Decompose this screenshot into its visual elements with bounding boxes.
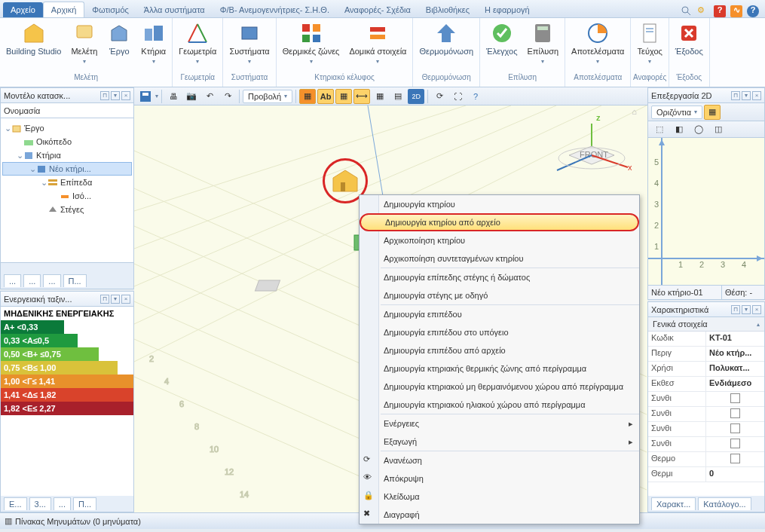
tab-home[interactable]: Αρχική	[43, 2, 84, 17]
tab-file[interactable]: Αρχείο	[3, 2, 43, 17]
props-section[interactable]: Γενικά στοιχεία▴	[648, 317, 764, 332]
toolbar-help-icon[interactable]: ?	[467, 89, 484, 104]
camera-icon[interactable]: 📷	[183, 89, 200, 104]
ctx-item[interactable]: Δημιουργία επιπέδου στο υπόγειο	[360, 323, 639, 341]
ctx-item[interactable]: Αρχικοποίηση συντεταγμένων κτηρίου	[360, 249, 639, 268]
close-icon[interactable]: ×	[121, 91, 130, 100]
study-button[interactable]: Μελέτη▾	[66, 20, 102, 72]
undo-icon[interactable]: ↶	[201, 89, 218, 104]
settings-icon[interactable]: ⚙	[697, 5, 709, 17]
home-view-icon[interactable]: ⌂	[632, 107, 637, 116]
ctx-item[interactable]: Δημιουργία κτηριακού ηλιακού χώρου από π…	[360, 396, 639, 414]
building-studio-button[interactable]: Building Studio	[2, 20, 66, 72]
ctx-item[interactable]: Απόκρυψη👁	[360, 469, 639, 488]
tab-lighting[interactable]: Φωτισμός	[84, 2, 136, 17]
geometry-button[interactable]: Γεωμετρία▾	[174, 20, 221, 72]
tab-other[interactable]: Άλλα συστήματα	[136, 2, 213, 17]
svg-text:4: 4	[164, 377, 169, 386]
prop-row[interactable]: Συνθι	[648, 407, 764, 422]
projection-dropdown[interactable]: Προβολή▾	[243, 90, 292, 103]
ctx-item[interactable]: Διαγραφή✖	[360, 506, 639, 524]
tree-buildings[interactable]: Κτήρια	[36, 151, 61, 160]
edit2d-mode-icon[interactable]: ▦	[704, 105, 721, 120]
tree-roofs[interactable]: Στέγες	[60, 205, 84, 214]
prop-row[interactable]: Συνθι	[648, 422, 764, 437]
redo-icon[interactable]: ↷	[219, 89, 236, 104]
search-icon[interactable]	[681, 5, 693, 17]
tree-levels[interactable]: Επίπεδα	[60, 178, 92, 187]
prop-row[interactable]: Θερμο	[648, 452, 764, 467]
prop-row[interactable]: ΕκθεσΕνδιάμεσο	[648, 377, 764, 392]
ctx-item[interactable]: Κλείδωμα🔒	[360, 488, 639, 506]
prop-row[interactable]: Θερμι0	[648, 467, 764, 482]
shade1-icon[interactable]: ▦	[299, 89, 316, 104]
tab-pv[interactable]: Φ/Β- Ανεμογεννήτριες- Σ.Η.Θ.	[213, 2, 337, 17]
save-icon[interactable]	[137, 89, 154, 104]
ctx-item[interactable]: Δημιουργία κτηρίου	[360, 195, 639, 213]
solve-button[interactable]: Επίλυση▾	[523, 20, 564, 72]
label-mode-icon[interactable]: Ab	[317, 89, 334, 104]
prop-row[interactable]: Συνθι	[648, 437, 764, 452]
prop-row[interactable]: ΧρήσιΠολυκατ...	[648, 362, 764, 377]
tree-plot[interactable]: Οικόπεδο	[36, 137, 72, 146]
messages-icon[interactable]: ▥	[5, 516, 12, 526]
select-icon[interactable]: ⬚	[651, 122, 668, 137]
layers-icon[interactable]: ▤	[390, 89, 406, 104]
systems-button[interactable]: Συστήματα▾	[225, 20, 274, 72]
help-red-icon[interactable]: ?	[714, 5, 726, 17]
insulation-button[interactable]: Θερμομόνωση	[415, 20, 478, 72]
rss-icon[interactable]: ∿	[730, 5, 742, 17]
svg-rect-11	[302, 24, 310, 32]
view2d-icon[interactable]: 2D	[408, 89, 424, 104]
ctx-item[interactable]: Δημιουργία κτηρίου από αρχείο	[360, 213, 639, 231]
building-gizmo-icon[interactable]	[330, 167, 360, 194]
ctx-item[interactable]: Δημιουργία επιπέδου από αρχείο	[360, 341, 639, 359]
prop-row[interactable]: Συνθι	[648, 392, 764, 407]
view-cube[interactable]: z FRONT x	[539, 110, 637, 178]
grid-icon[interactable]: ▦	[372, 89, 388, 104]
refresh-icon[interactable]: ⟳	[431, 89, 448, 104]
props-tabs[interactable]: Χαρακτ... Κατάλογο...	[648, 496, 764, 512]
check-button[interactable]: Έλεγχος	[482, 20, 522, 72]
thermal-zones-button[interactable]: Θερμικές ζώνες▾	[278, 20, 344, 72]
cube-icon[interactable]: ◧	[671, 122, 687, 137]
dropdown-icon[interactable]: ▾	[111, 91, 120, 100]
buildings-button[interactable]: Κτήρια▾	[136, 20, 170, 72]
ctx-item[interactable]: Αρχικοποίηση κτηρίου	[360, 231, 639, 249]
tab-libs[interactable]: Βιβλιοθήκες	[418, 2, 477, 17]
tab-reports[interactable]: Αναφορές- Σχέδια	[337, 2, 418, 17]
report-button[interactable]: Τεύχος▾	[632, 20, 666, 72]
building-elements-button[interactable]: Δομικά στοιχεία▾	[344, 20, 411, 72]
ctx-item[interactable]: Εξαγωγή▸	[360, 433, 639, 451]
prop-row[interactable]: ΠεριγΝέο κτήρ...	[648, 347, 764, 362]
sphere-icon[interactable]: ◯	[690, 122, 707, 137]
prop-row[interactable]: ΚωδικKT-01	[648, 332, 764, 347]
project-tree[interactable]: ⌄Έργο Οικόπεδο ⌄Κτήρια ⌄Νέο κτήρι... ⌄Επ…	[1, 118, 133, 262]
ctx-item[interactable]: Δημιουργία κτηριακού μη θερμαινόμενου χώ…	[360, 378, 639, 396]
ctx-item[interactable]: Δημιουργία κτηριακής θερμικής ζώνης από …	[360, 359, 639, 378]
model-panel-tabs[interactable]: .........Π...	[1, 273, 133, 289]
tree-new-building[interactable]: Νέο κτήρι...	[49, 164, 91, 173]
ctx-item[interactable]: Δημιουργία επιπέδου	[360, 305, 639, 323]
ctx-item[interactable]: Δημιουργία επίπεδης στέγης ή δώματος	[360, 268, 639, 286]
dim-icon[interactable]: ⟷	[353, 89, 370, 104]
misc-icon[interactable]: ◫	[710, 122, 727, 137]
edit2d-plot[interactable]: 12345 1234	[648, 138, 764, 285]
exit-button[interactable]: Έξοδος	[671, 20, 708, 72]
orientation-dropdown[interactable]: Οριζόντια▾	[651, 105, 702, 119]
results-button[interactable]: Αποτελέσματα▾	[567, 20, 629, 72]
ctx-item[interactable]: Δημιουργία στέγης με οδηγό	[360, 286, 639, 304]
ctx-item[interactable]: Ανανέωση⟳	[360, 451, 639, 469]
print-icon[interactable]: 🖶	[165, 89, 182, 104]
pin-icon[interactable]: ⊓	[100, 91, 109, 100]
tab-app[interactable]: Η εφαρμογή	[477, 2, 537, 17]
tree-ground[interactable]: Ισό...	[72, 191, 91, 200]
props-grid[interactable]: ΚωδικKT-01ΠεριγΝέο κτήρ...ΧρήσιΠολυκατ..…	[648, 332, 764, 496]
project-button[interactable]: Έργο	[103, 20, 136, 72]
energy-panel-tabs[interactable]: Ε...3......Π...	[1, 496, 133, 512]
zoom-extents-icon[interactable]: ⛶	[449, 89, 466, 104]
ctx-item[interactable]: Ενέργειες▸	[360, 414, 639, 433]
help-blue-icon[interactable]: ?	[747, 5, 759, 17]
shade2-icon[interactable]: ▦	[335, 89, 352, 104]
tree-root[interactable]: Έργο	[24, 124, 44, 133]
